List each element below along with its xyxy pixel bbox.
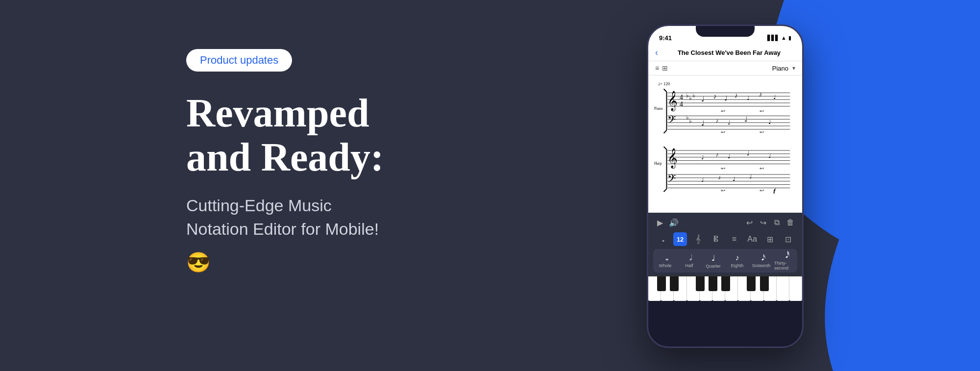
badge-text: Product updates xyxy=(200,54,278,67)
svg-text:♩: ♩ xyxy=(773,94,776,100)
instrument-chevron-icon[interactable]: ▾ xyxy=(792,65,795,72)
svg-text:♭: ♭ xyxy=(686,115,689,121)
articulation-icon[interactable]: 𝄡 xyxy=(710,232,723,246)
lines-icon[interactable]: ≡ xyxy=(727,232,741,246)
svg-text:𝆮𝆯: 𝆮𝆯 xyxy=(759,189,764,194)
white-key-11[interactable] xyxy=(777,276,789,301)
voice-icon[interactable]: 𝄞 xyxy=(691,232,705,246)
svg-text:♩: ♩ xyxy=(701,96,705,103)
note-duration-row: 𝅝 Whole 𝅗𝅥 Half ♩ Quarter ♪ Eighth 𝅘𝅥𝅯 xyxy=(653,249,797,272)
wifi-icon: ▲ xyxy=(781,35,786,41)
left-content-area: Product updates Revamped and Ready: Cutt… xyxy=(186,49,529,274)
svg-text:♩: ♩ xyxy=(768,119,771,125)
svg-text:♩: ♩ xyxy=(744,116,748,123)
product-updates-badge[interactable]: Product updates xyxy=(186,49,292,72)
svg-line-38 xyxy=(664,89,667,92)
svg-text:𝆮𝆯: 𝆮𝆯 xyxy=(720,167,725,172)
svg-text:♪: ♪ xyxy=(759,91,762,98)
instrument-bar: ≡ ⊞ Piano ▾ xyxy=(648,61,802,75)
screen-icon[interactable]: ⊡ xyxy=(782,232,795,246)
back-button[interactable]: ‹ xyxy=(655,48,658,58)
svg-line-69 xyxy=(664,189,667,192)
svg-text:♭: ♭ xyxy=(686,93,689,99)
black-key-6[interactable] xyxy=(747,276,756,291)
emoji: 😎 xyxy=(186,251,529,274)
half-note-label: Half xyxy=(685,263,693,268)
svg-text:♩: ♩ xyxy=(724,95,728,102)
copy-icon[interactable]: ⧉ xyxy=(770,216,784,229)
svg-text:♪: ♪ xyxy=(715,118,718,124)
svg-text:𝆮𝆯: 𝆮𝆯 xyxy=(720,130,725,135)
svg-text:𝆮𝆯: 𝆮𝆯 xyxy=(720,109,725,114)
view-icons: ≡ ⊞ xyxy=(655,64,668,72)
toolbar-row2: 𝅘 12 𝄞 𝄡 ≡ Aa ⊞ ⊡ xyxy=(653,232,797,246)
svg-text:♩: ♩ xyxy=(768,153,771,159)
instrument-name: Piano xyxy=(772,65,788,72)
svg-text:Piano: Piano xyxy=(654,106,663,111)
subheadline-line2: Notation Editor for Mobile! xyxy=(186,218,529,241)
num-12-icon[interactable]: 12 xyxy=(673,232,687,246)
half-note-item[interactable]: 𝅗𝅥 Half xyxy=(677,249,701,272)
svg-text:♭: ♭ xyxy=(689,118,692,124)
phone-notch xyxy=(696,26,755,37)
list-view-icon[interactable]: ≡ xyxy=(655,64,659,72)
svg-text:♪: ♪ xyxy=(715,151,718,158)
headline: Revamped and Ready: xyxy=(186,91,529,179)
svg-text:♩: ♩ xyxy=(747,150,750,157)
black-key-1[interactable] xyxy=(657,276,666,291)
black-key-2[interactable] xyxy=(670,276,679,291)
sixteenth-note-item[interactable]: 𝅘𝅥𝅯 Sixteenth xyxy=(749,249,773,272)
battery-icon: ▮ xyxy=(788,35,791,41)
svg-text:𝄢: 𝄢 xyxy=(667,173,676,187)
quarter-note-item[interactable]: ♩ Quarter xyxy=(701,249,725,272)
subheadline: Cutting-Edge Music Notation Editor for M… xyxy=(186,194,529,241)
svg-text:♩: ♩ xyxy=(728,120,731,126)
svg-text:♩: ♩ xyxy=(747,95,750,101)
subheadline-line1: Cutting-Edge Music xyxy=(186,194,529,218)
svg-text:♭: ♭ xyxy=(692,93,695,99)
black-key-4[interactable] xyxy=(709,276,717,291)
bottom-toolbar: ▶ 🔊 ↩ ↪ ⧉ 🗑 𝅘 12 𝄞 𝄡 ≡ Aa ⊞ ⊡ xyxy=(648,213,802,275)
speaker-icon[interactable]: 🔊 xyxy=(667,216,681,229)
svg-text:𝅘𝅥𝅯: 𝅘𝅥𝅯 xyxy=(735,94,737,98)
redo-icon[interactable]: ↪ xyxy=(756,216,770,229)
svg-text:♩: ♩ xyxy=(749,173,752,180)
status-icons: ▋▋▋ ▲ ▮ xyxy=(767,35,791,41)
thirtysecond-note-item[interactable]: 𝅘𝅥𝅰 Thirty-second xyxy=(773,249,797,272)
svg-line-68 xyxy=(664,147,667,149)
svg-text:𝄞: 𝄞 xyxy=(667,148,678,169)
svg-text:4: 4 xyxy=(680,94,683,101)
toolbar-row1: ▶ 🔊 ↩ ↪ ⧉ 🗑 xyxy=(653,216,797,229)
eighth-note-label: Eighth xyxy=(731,263,744,268)
sixteenth-note-label: Sixteenth xyxy=(752,263,771,268)
black-key-5[interactable] xyxy=(721,276,730,291)
note-input-icon[interactable]: 𝅘 xyxy=(655,232,669,246)
white-key-12[interactable] xyxy=(789,276,802,301)
svg-text:4: 4 xyxy=(680,100,683,108)
svg-text:♩: ♩ xyxy=(733,176,735,182)
play-icon[interactable]: ▶ xyxy=(653,216,667,229)
whole-note-item[interactable]: 𝅝 Whole xyxy=(653,249,677,272)
eighth-note-symbol: ♪ xyxy=(735,253,739,262)
grid-view-icon[interactable]: ⊞ xyxy=(662,64,668,72)
app-title: The Closest We've Been Far Away xyxy=(663,49,795,56)
quarter-note-label: Quarter xyxy=(706,264,721,269)
svg-text:𝆮𝆯: 𝆮𝆯 xyxy=(759,130,764,135)
svg-text:𝆮𝆯: 𝆮𝆯 xyxy=(720,189,725,194)
svg-text:Harp: Harp xyxy=(654,161,662,166)
black-key-7[interactable] xyxy=(760,276,769,291)
delete-icon[interactable]: 🗑 xyxy=(784,216,797,229)
eighth-note-item[interactable]: ♪ Eighth xyxy=(725,249,749,272)
text-icon[interactable]: Aa xyxy=(745,232,759,246)
phone-frame: 9:41 ▋▋▋ ▲ ▮ ‹ The Closest We've Been Fa… xyxy=(647,25,804,348)
layout-icon[interactable]: ⊞ xyxy=(763,232,777,246)
svg-text:𝄞: 𝄞 xyxy=(667,91,678,112)
svg-text:♩: ♩ xyxy=(728,153,731,160)
whole-note-label: Whole xyxy=(659,263,672,268)
black-key-3[interactable] xyxy=(696,276,705,291)
svg-line-39 xyxy=(664,130,667,133)
svg-text:♩: ♩ xyxy=(701,154,704,161)
svg-text:𝄢: 𝄢 xyxy=(667,114,676,128)
undo-icon[interactable]: ↩ xyxy=(742,216,756,229)
quarter-note-symbol: ♩ xyxy=(711,253,715,263)
